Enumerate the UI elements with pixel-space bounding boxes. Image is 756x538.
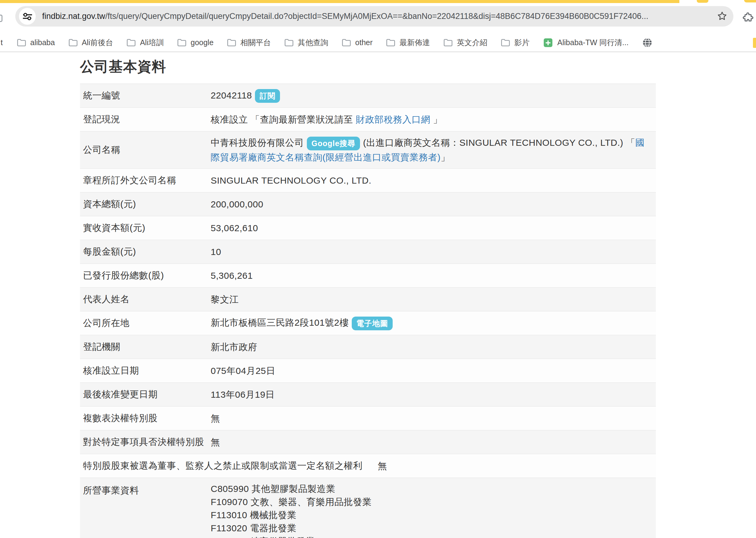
bookmark-label: other (355, 38, 372, 47)
value-text: 」 (441, 152, 450, 162)
row-label: 已發行股份總數(股) (80, 269, 211, 282)
row-value: 無 (211, 435, 656, 449)
row-value: 核准設立 「查詢最新營業狀況請至 財政部稅務入口網 」 (211, 113, 656, 126)
bookmark-item--[interactable]: 相關平台 (227, 37, 271, 48)
value-line: F113030 精密儀器批發業 (211, 535, 650, 538)
tab-strip-corner (744, 0, 756, 2)
row-label: 複數表決權特別股 (80, 412, 211, 425)
bookmark-item--[interactable]: 其他查詢 (284, 37, 328, 48)
globe-icon (642, 37, 653, 48)
value-text: 無 (211, 437, 220, 447)
table-row: 公司名稱中青科技股份有限公司Google搜尋(出進口廠商英文名稱：SINGULA… (80, 132, 656, 169)
tab-strip (0, 0, 756, 3)
bookmark-item-google[interactable]: google (177, 38, 214, 47)
row-value: 113年06月19日 (211, 388, 656, 402)
page-title: 公司基本資料 (80, 57, 756, 76)
url-text[interactable]: findbiz.nat.gov.tw/fts/query/QueryCmpyDe… (42, 6, 648, 27)
bookmarks-bar: t alibabaAli前後台Ali培訓google相關平台其他查詢other最… (0, 33, 756, 52)
row-value: 新北市板橋區三民路2段101號2樓電子地圖 (211, 316, 656, 330)
row-label: 登記機關 (80, 341, 211, 353)
folder-icon (227, 38, 236, 47)
bookmark-label: 英文介紹 (457, 37, 487, 48)
bookmark-item-ali-[interactable]: Ali培訓 (126, 37, 164, 48)
table-row: 代表人姓名黎文江 (80, 288, 656, 311)
row-label: 核准設立日期 (80, 364, 211, 377)
value-text: 」 (430, 114, 442, 125)
table-row: 公司所在地新北市板橋區三民路2段101號2樓電子地圖 (80, 311, 656, 335)
folder-icon (443, 38, 453, 47)
value-text: 中青科技股份有限公司 (211, 137, 304, 148)
cropped-bookmark-label[interactable]: t (1, 33, 3, 52)
bookmark-star-button[interactable] (715, 9, 729, 23)
folder-icon (68, 38, 78, 47)
value-text: 113年06月19日 (211, 390, 275, 400)
bookmark-label: 最新佈達 (399, 37, 430, 48)
row-value: C805990 其他塑膠製品製造業F109070 文教、樂器、育樂用品批發業F1… (211, 482, 656, 538)
value-text: (出進口廠商英文名稱：SINGULAR TECHNOLOGY CO., LTD.… (363, 137, 635, 148)
folder-icon (177, 38, 187, 47)
folder-icon (386, 38, 395, 47)
table-row: 特別股股東被選為董事、監察人之禁止或限制或當選一定名額之權利無 (80, 454, 656, 478)
row-label: 每股金額(元) (80, 245, 211, 258)
row-label: 章程所訂外文公司名稱 (80, 174, 211, 187)
bookmark-item--[interactable]: 英文介紹 (443, 37, 487, 48)
url-domain: findbiz.nat.gov.tw (42, 12, 105, 21)
star-icon (717, 11, 727, 22)
value-text: 5,306,261 (211, 271, 253, 281)
folder-icon (284, 38, 294, 47)
site-settings-button[interactable] (19, 8, 36, 25)
table-row: 登記現況核准設立 「查詢最新營業狀況請至 財政部稅務入口網 」 (80, 108, 656, 132)
table-row: 複數表決權特別股無 (80, 406, 656, 430)
bookmark-label: 相關平台 (240, 37, 271, 48)
bookmark-item-alibaba-tw-[interactable]: Alibaba-TW 同行清... (543, 37, 628, 48)
bookmark-item-other[interactable]: other (342, 38, 372, 47)
google-search-badge[interactable]: Google搜尋 (307, 136, 360, 150)
address-bar[interactable]: findbiz.nat.gov.tw/fts/query/QueryCmpyDe… (15, 6, 733, 27)
row-value: 無 (211, 411, 656, 425)
bookmark-label: 其他查詢 (298, 37, 328, 48)
value-text: 無 (211, 413, 220, 423)
value-text: 新北市板橋區三民路2段101號2樓 (211, 317, 349, 328)
row-label: 對於特定事項具否決權特別股 (80, 436, 211, 448)
value-text: SINGULAR TECHNOLOGY CO., LTD. (211, 175, 371, 186)
row-label: 統一編號 (80, 89, 211, 102)
value-text: 10 (211, 247, 221, 257)
tax-portal-link[interactable]: 財政部稅務入口網 (356, 114, 430, 125)
table-row: 實收資本額(元)53,062,610 (80, 216, 656, 240)
row-value: 無 (378, 459, 393, 473)
row-label: 代表人姓名 (80, 293, 211, 305)
bookmark-label: Ali前後台 (82, 37, 113, 48)
bookmark-item--[interactable]: 影片 (501, 37, 530, 48)
row-value: 53,062,610 (211, 221, 656, 235)
row-label: 登記現況 (80, 113, 211, 126)
extensions-button[interactable] (741, 11, 755, 25)
value-text: 新北市政府 (211, 342, 257, 352)
row-label: 資本總額(元) (80, 198, 211, 210)
row-value: 黎文江 (211, 293, 656, 306)
puzzle-icon (742, 12, 754, 24)
cropped-bookmark-favicon[interactable] (753, 38, 756, 48)
table-row: 登記機關新北市政府 (80, 335, 656, 359)
bookmark-label: alibaba (30, 38, 55, 47)
row-value: 10 (211, 245, 656, 259)
value-text: 核准設立 「查詢最新營業狀況請至 (211, 114, 356, 125)
bookmark-item--[interactable]: 最新佈達 (386, 37, 430, 48)
subscribe-badge[interactable]: 訂閱 (255, 89, 280, 103)
value-line: F113020 電器批發業 (211, 521, 650, 535)
page-content: 公司基本資料 統一編號22042118訂閱登記現況核准設立 「查詢最新營業狀況請… (0, 52, 756, 538)
url-path: /fts/query/QueryCmpyDetail/queryCmpyDeta… (105, 12, 649, 21)
folder-icon (501, 38, 510, 47)
bookmark-item-ali-[interactable]: Ali前後台 (68, 37, 113, 48)
table-row: 所營事業資料C805990 其他塑膠製品製造業F109070 文教、樂器、育樂用… (80, 478, 656, 538)
row-value: 5,306,261 (211, 269, 656, 283)
bookmark-item-alibaba[interactable]: alibaba (17, 38, 55, 47)
row-value: 200,000,000 (211, 197, 656, 211)
bookmark-item-globe[interactable] (642, 37, 657, 48)
emap-badge[interactable]: 電子地圖 (352, 317, 393, 330)
company-basic-info-table: 統一編號22042118訂閱登記現況核准設立 「查詢最新營業狀況請至 財政部稅務… (80, 83, 656, 538)
value-text: 22042118 (211, 90, 252, 100)
row-label: 所營事業資料 (80, 482, 211, 497)
row-value: SINGULAR TECHNOLOGY CO., LTD. (211, 174, 656, 187)
table-row: 已發行股份總數(股)5,306,261 (80, 264, 656, 288)
tab-strip-blob (697, 0, 708, 3)
